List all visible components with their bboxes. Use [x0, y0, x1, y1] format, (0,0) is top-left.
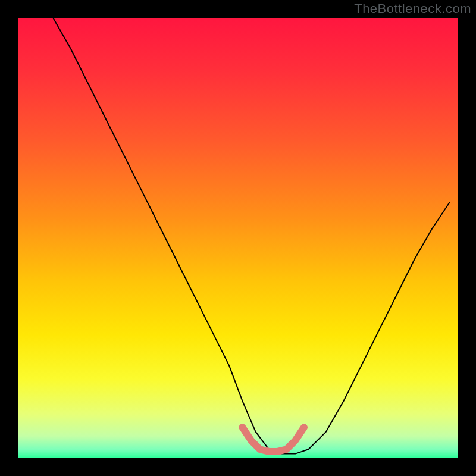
chart-svg: [0, 0, 476, 476]
watermark-text: TheBottleneck.com: [354, 1, 471, 17]
chart-frame: TheBottleneck.com: [0, 0, 476, 476]
gradient-background: [18, 18, 458, 458]
